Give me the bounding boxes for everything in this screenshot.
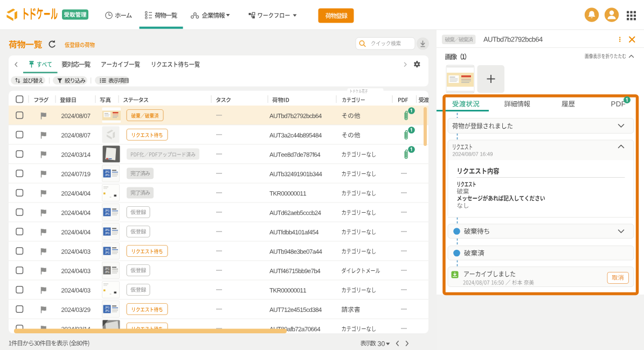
svg-text:JPG: JPG [105, 171, 110, 173]
svg-text:JPG: JPG [105, 271, 110, 274]
svg-text:JPG: JPG [105, 248, 110, 251]
svg-text:JPG: JPG [105, 251, 110, 254]
svg-text:JPG: JPG [105, 306, 110, 309]
svg-text:JPG: JPG [105, 174, 110, 177]
svg-text:JPG: JPG [105, 310, 110, 312]
svg-text:JPG: JPG [105, 232, 110, 235]
svg-text:JPG: JPG [105, 209, 110, 212]
svg-text:JPG: JPG [105, 268, 110, 270]
svg-text:JPG: JPG [105, 229, 110, 232]
svg-text:JPG: JPG [105, 213, 110, 215]
